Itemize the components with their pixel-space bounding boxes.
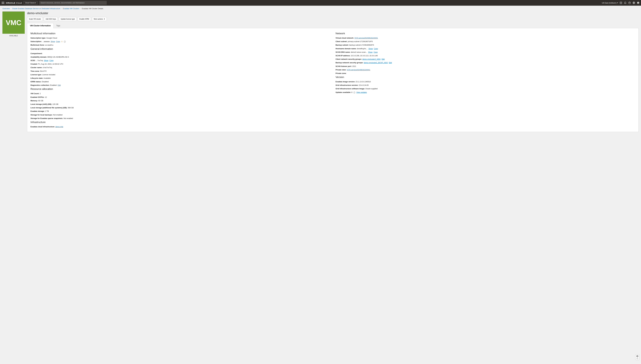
hamburger-icon[interactable] — [2, 2, 4, 4]
more-actions-button[interactable]: More actions — [92, 17, 107, 21]
private-view-link[interactable]: VCN-service20240816104441 — [347, 69, 370, 71]
host-domain-show-link[interactable]: Show — [368, 48, 373, 50]
kv-storage-sparse-snapshots: Storage for Exadata sparse snapshots: No… — [30, 117, 330, 120]
oracle-cloud-logo: ORACLE Cloud — [6, 2, 22, 4]
bell-icon[interactable] — [624, 2, 626, 4]
kv-timezone: Time zone: Etc/UTC — [30, 70, 330, 72]
breadcrumb-current: Exadata VM Cluster Details — [82, 8, 103, 10]
kv-updates-available: Updates available: 6 i View updates — [336, 91, 635, 94]
ocid-copy-link[interactable]: Copy — [49, 60, 54, 62]
help-icon[interactable] — [628, 2, 631, 4]
kv-private-view: Private view: VCN-service20240816104441 — [336, 69, 635, 71]
section-network-title: Network — [336, 32, 635, 35]
kv-client-nsg: Client network security groups: demo-vmc… — [336, 58, 635, 60]
tab-vm-cluster-info[interactable]: VM Cluster Information — [27, 23, 54, 28]
kv-backup-nsg: Backup network security groups: demo-vmc… — [336, 62, 635, 64]
kv-local-storage-u02: Local storage (/u02) (GB): 120 GB — [30, 103, 330, 106]
globe-icon[interactable] — [633, 2, 635, 4]
more-actions-label: More actions — [94, 18, 103, 20]
scan-dns-copy-link[interactable]: Copy — [374, 51, 378, 53]
client-nsg-edit-link[interactable]: Edit — [382, 58, 384, 60]
region-label: US East (Ashburn) — [602, 2, 616, 4]
kv-private-zone: Private zone: — [336, 72, 635, 74]
info-icon[interactable]: i — [354, 92, 355, 94]
search-input[interactable] — [39, 1, 107, 5]
kv-exadata-storage: Exadata storage: 2 TB — [30, 110, 330, 112]
scale-vm-cluster-button[interactable]: Scale VM cluster — [27, 17, 43, 21]
tab-tags[interactable]: Tags — [54, 23, 63, 28]
resource-type-icon: VMC — [2, 12, 25, 34]
enable-iorm-button[interactable]: Enable IORM — [78, 17, 91, 21]
right-info-column: Network Virtual cloud network: VCN-servi… — [336, 31, 635, 129]
kv-scan-ip: SCAN IP address: 10.3.0.209, 10.3.0.113,… — [336, 54, 635, 57]
kv-vcn: Virtual cloud network: VCN-service202408… — [336, 37, 635, 39]
kv-scan-dns: SCAN DNS name: demo2-sesuv-scan... Show … — [336, 51, 635, 54]
diagnostics-edit-link[interactable]: Edit — [58, 84, 60, 86]
exadata-infra-link[interactable]: demo-infa — [55, 126, 63, 128]
tab-bar: VM Cluster Information Tags — [27, 23, 638, 28]
chevron-down-icon — [617, 2, 618, 3]
kv-license-type: License type: License included — [30, 74, 330, 76]
breadcrumb-sep: › — [62, 8, 62, 10]
kv-multicloud-zone: Multicloud Zone: us-east4-a — [30, 44, 330, 46]
info-icon[interactable]: i — [64, 41, 66, 42]
kv-backup-subnet: Backup subnet: backup-subnet-17238190928… — [336, 44, 635, 46]
kv-grid-infra-sw-image: Grid Infrastructure software image: Orac… — [336, 88, 635, 90]
cloud-classic-button[interactable]: Cloud Classic — [24, 1, 38, 4]
kv-ocid: OCID: ...7xx7xq Show Copy — [30, 59, 330, 62]
kv-client-subnet: Client subnet: primary-subnet-1723819071… — [336, 40, 635, 43]
ocid-show-link[interactable]: Show — [44, 60, 48, 62]
chevron-right-icon — [36, 2, 36, 3]
kv-exadata-image-version: Exadata image version: 23.1.13.0.0.24051… — [336, 80, 635, 83]
devtools-icon[interactable] — [620, 2, 622, 4]
breadcrumb-exadata-service[interactable]: Oracle Exadata Database Service on Dedic… — [12, 8, 60, 10]
section-version-title: Version — [336, 76, 635, 79]
kv-scan-listener-port: SCAN listener port: 1521 — [336, 65, 635, 68]
user-avatar-icon[interactable] — [637, 2, 640, 4]
content-panel: Multicloud information Subscription type… — [27, 28, 638, 132]
chevron-down-icon — [104, 19, 105, 20]
resource-summary-column: VMC AVAILABLE — [2, 12, 25, 132]
subscription-show-link[interactable]: Show — [50, 40, 55, 42]
vcn-link[interactable]: VCN-service20240816104441 — [354, 37, 378, 39]
kv-local-storage-additional: Local storage (additional file systems) … — [30, 106, 330, 109]
breadcrumb-sep: › — [11, 8, 11, 10]
host-domain-copy-link[interactable]: Copy — [374, 48, 378, 50]
kv-subscription: Subscription: ...aaaaaa Show Copy ⚠ i — [30, 40, 330, 43]
section-general-title: General information — [30, 48, 330, 50]
kv-cluster-name: Cluster name: cl-bo7xx7xq — [30, 66, 330, 69]
cloud-classic-label: Cloud Classic — [25, 2, 35, 4]
kv-diagnostics: Diagnostics collection: Enabled Edit — [30, 84, 330, 86]
topbar: ORACLE Cloud Cloud Classic US East (Ashb… — [0, 0, 641, 6]
section-infrastructure-title: Infrastructure — [30, 121, 330, 124]
update-license-button[interactable]: Update license type — [59, 17, 76, 21]
kv-memory: Memory: 60 GB — [30, 100, 330, 102]
page-title: demo-vmcluster — [27, 12, 638, 15]
scan-dns-show-link[interactable]: Show — [368, 51, 372, 53]
warning-icon: ⚠ — [61, 40, 63, 43]
kv-availability-domain: Availability domain: BWQr:US-ASHBURN-AD-… — [30, 56, 330, 58]
backup-nsg-link[interactable]: demo-vmcluster2_BCKP_NSG — [364, 62, 388, 64]
kv-compartment: Compartment: — [30, 52, 330, 55]
main-column: demo-vmcluster Scale VM cluster Add SSH … — [27, 12, 638, 132]
kv-hostname-domain: Hostname domain name: dxnwfksyhx... Show… — [336, 48, 635, 50]
add-ssh-keys-button[interactable]: Add SSH keys — [44, 17, 58, 21]
breadcrumb-vm-clusters[interactable]: Exadata VM Clusters — [63, 8, 79, 10]
kv-subscription-type: Subscription type: Google Cloud — [30, 37, 330, 39]
backup-nsg-edit-link[interactable]: Edit — [389, 62, 392, 64]
subscription-copy-link[interactable]: Copy — [56, 40, 60, 42]
client-nsg-link[interactable]: demo-vmcluster2_NSG — [362, 58, 380, 60]
left-info-column: Multicloud information Subscription type… — [30, 31, 330, 129]
kv-lifecycle-state: Lifecycle state: Available — [30, 77, 330, 80]
status-badge: AVAILABLE — [2, 35, 25, 37]
view-updates-link[interactable]: View updates — [356, 91, 367, 93]
region-dropdown[interactable]: US East (Ashburn) — [602, 2, 618, 4]
kv-iorm-status: IORM status: Disabled — [30, 80, 330, 83]
breadcrumb-overview[interactable]: Overview — [2, 8, 10, 10]
section-multicloud-title: Multicloud information — [30, 32, 330, 35]
breadcrumb-sep: › — [80, 8, 81, 10]
resource-icon-text: VMC — [6, 18, 22, 27]
breadcrumb: Overview › Oracle Exadata Database Servi… — [0, 6, 641, 12]
section-resource-alloc-title: Resource allocation — [30, 88, 330, 90]
action-toolbar: Scale VM cluster Add SSH keys Update lic… — [27, 17, 638, 21]
